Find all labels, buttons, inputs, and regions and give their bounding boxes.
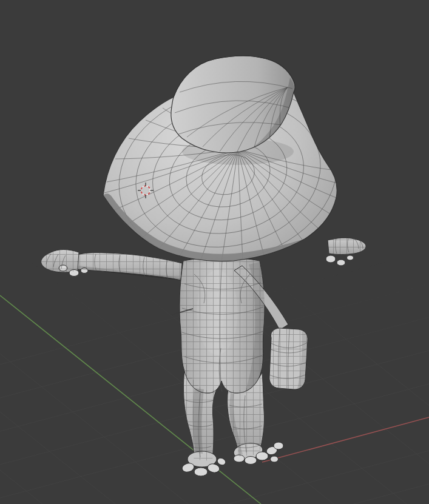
3d-viewport[interactable]: [0, 0, 429, 504]
toe: [274, 442, 283, 449]
toe: [271, 456, 279, 462]
toe: [245, 457, 257, 465]
finger-blob: [337, 260, 345, 266]
viewport-canvas: [0, 0, 429, 504]
finger-blob: [326, 255, 336, 263]
finger-blob: [347, 255, 354, 260]
toe: [194, 468, 208, 476]
